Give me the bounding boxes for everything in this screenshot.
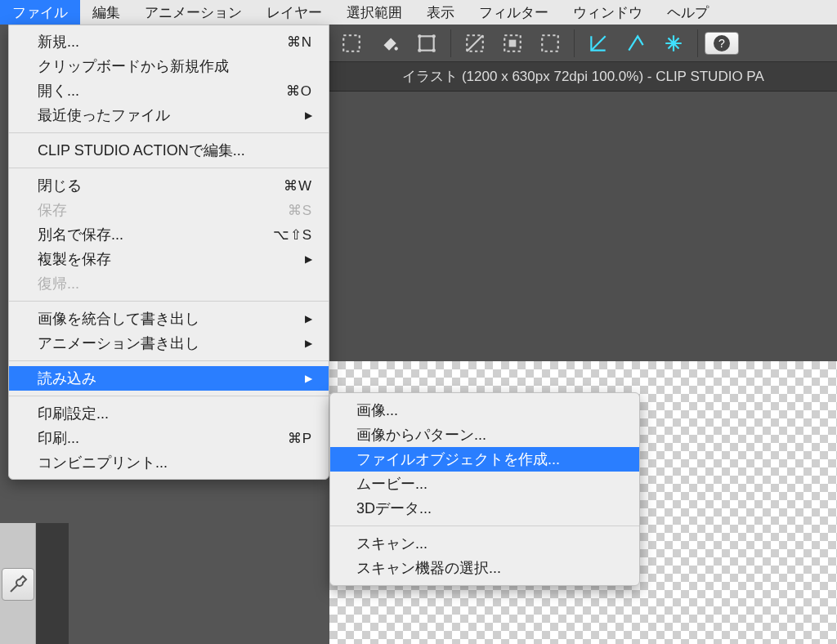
tool-invert-icon[interactable] [495,29,530,57]
svg-rect-0 [343,35,360,51]
file-menu-item-9[interactable]: 別名で保存...⌥⇧S [9,222,329,247]
import-submenu-separator [330,525,639,526]
svg-rect-1 [419,36,433,50]
menu-file[interactable]: ファイル [0,0,80,25]
import-submenu-item-3[interactable]: ムービー... [330,472,639,496]
menu-edit[interactable]: 編集 [80,0,132,25]
menu-view[interactable]: 表示 [414,0,467,25]
tool-transform-icon[interactable] [410,29,444,57]
import-submenu-item-2[interactable]: ファイルオブジェクトを作成... [330,447,639,472]
file-menu-item-2[interactable]: 開く...⌘O [9,78,329,103]
file-menu-item-5[interactable]: CLIP STUDIO ACTIONで編集... [9,138,329,163]
file-menu-separator [9,360,329,361]
tool-deselect-icon[interactable] [458,29,492,57]
tool-fill-icon[interactable] [372,29,406,57]
file-menu-item-13[interactable]: 画像を統合して書き出し▶ [9,306,329,331]
tool-snap3-icon[interactable] [656,29,691,57]
menu-item-label: 印刷... [38,428,79,448]
menu-item-label: スキャン... [356,534,427,553]
file-menu-item-18[interactable]: 印刷設定... [9,401,329,426]
svg-rect-9 [509,39,517,47]
svg-point-4 [418,48,421,51]
wrench-tool-icon[interactable] [2,568,34,601]
file-menu-separator [9,396,329,396]
menu-item-label: 復帰... [38,274,79,293]
tool-snap1-icon[interactable] [581,29,615,57]
menu-item-label: 複製を保存 [38,249,111,269]
toolbar-separator [450,29,451,57]
menu-item-label: 3Dデータ... [356,499,432,518]
toolbar-separator [574,29,575,57]
menu-item-shortcut: ⌘N [287,34,312,51]
file-menu-item-19[interactable]: 印刷...⌘P [9,426,329,450]
svg-line-7 [467,35,483,51]
menu-item-label: 印刷設定... [38,404,109,423]
import-submenu: 画像...画像からパターン...ファイルオブジェクトを作成...ムービー...3… [329,392,640,586]
menu-item-label: 別名で保存... [38,225,123,244]
svg-point-2 [418,34,421,38]
menu-help[interactable]: ヘルプ [655,0,721,25]
submenu-arrow-icon: ▶ [305,253,312,265]
help-button[interactable]: ? [705,32,739,55]
svg-rect-10 [542,35,558,51]
menu-item-label: 開く... [38,81,79,101]
menu-item-shortcut: ⌘S [288,202,312,219]
file-menu-item-20[interactable]: コンビニプリント... [9,450,329,475]
question-icon: ? [714,35,730,51]
menu-item-label: 新規... [38,32,79,51]
menu-item-label: ファイルオブジェクトを作成... [356,449,560,469]
menu-filter[interactable]: フィルター [467,0,561,25]
menu-item-label: スキャン機器の選択... [356,558,501,578]
file-menu-item-0[interactable]: 新規...⌘N [9,29,329,54]
svg-point-3 [432,34,436,38]
file-menu-item-7[interactable]: 閉じる⌘W [9,173,329,198]
toolbar: ? [329,25,837,62]
menu-item-label: 画像からパターン... [356,425,486,445]
file-menu-separator [9,132,329,133]
menu-animation[interactable]: アニメーション [132,0,254,25]
menu-window[interactable]: ウィンドウ [561,0,655,25]
import-submenu-item-1[interactable]: 画像からパターン... [330,423,639,447]
menu-item-shortcut: ⌘O [286,83,312,100]
menu-layer[interactable]: レイヤー [254,0,334,25]
svg-point-5 [432,48,436,51]
menu-item-label: CLIP STUDIO ACTIONで編集... [38,141,245,160]
left-panel-strip [36,523,69,644]
menu-item-label: 最近使ったファイル [38,105,170,125]
left-sidebar [0,523,36,644]
tool-border-icon[interactable] [533,29,567,57]
import-submenu-item-4[interactable]: 3Dデータ... [330,496,639,521]
menubar: ファイル 編集 アニメーション レイヤー 選択範囲 表示 フィルター ウィンドウ… [0,0,837,25]
import-submenu-item-6[interactable]: スキャン... [330,531,639,556]
file-menu-item-11: 復帰... [9,271,329,296]
menu-item-label: アニメーション書き出し [38,333,199,353]
file-menu-item-8: 保存⌘S [9,198,329,222]
submenu-arrow-icon: ▶ [305,110,312,121]
tool-marquee-icon[interactable] [334,29,369,57]
menu-item-shortcut: ⌘P [288,430,312,447]
file-menu-item-1[interactable]: クリップボードから新規作成 [9,54,329,78]
menu-item-label: 画像... [356,400,398,420]
file-dropdown: 新規...⌘Nクリップボードから新規作成開く...⌘O最近使ったファイル▶CLI… [8,25,329,480]
submenu-arrow-icon: ▶ [305,373,312,384]
submenu-arrow-icon: ▶ [305,338,312,349]
file-menu-item-3[interactable]: 最近使ったファイル▶ [9,103,329,127]
menu-item-shortcut: ⌥⇧S [273,226,312,244]
menu-item-label: 読み込み [38,369,96,388]
file-menu-item-16[interactable]: 読み込み▶ [9,366,329,391]
submenu-arrow-icon: ▶ [305,313,312,324]
menu-item-shortcut: ⌘W [284,177,312,195]
menu-item-label: 画像を統合して書き出し [38,309,199,329]
file-menu-separator [9,301,329,302]
import-submenu-item-7[interactable]: スキャン機器の選択... [330,556,639,580]
file-menu-separator [9,168,329,168]
menu-item-label: ムービー... [356,474,427,494]
menu-item-label: 閉じる [38,176,82,195]
menu-selection[interactable]: 選択範囲 [334,0,414,25]
menu-item-label: クリップボードから新規作成 [38,56,229,76]
import-submenu-item-0[interactable]: 画像... [330,398,639,423]
file-menu-item-14[interactable]: アニメーション書き出し▶ [9,331,329,356]
tool-snap2-icon[interactable] [619,29,653,57]
menu-item-label: 保存 [38,200,67,220]
file-menu-item-10[interactable]: 複製を保存▶ [9,247,329,271]
